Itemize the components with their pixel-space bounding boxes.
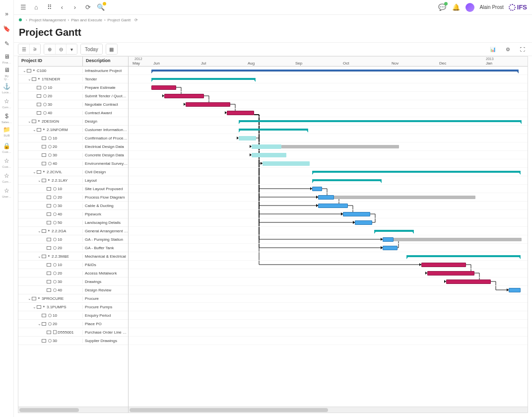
gantt-bar[interactable] [151, 70, 519, 71]
breadcrumb-refresh-icon[interactable]: ⟳ [134, 18, 138, 22]
gantt-bar[interactable] [312, 187, 322, 191]
gantt-bar[interactable] [252, 153, 286, 157]
table-row[interactable]: 40Contract Award [18, 109, 128, 117]
right-scrollbar[interactable] [129, 407, 528, 413]
breadcrumb-item[interactable]: Project Management [29, 18, 66, 22]
gantt-bar[interactable] [151, 85, 176, 90]
gantt-bar[interactable] [151, 78, 256, 80]
menu-icon[interactable]: ☰ [19, 3, 28, 12]
gantt-bar[interactable] [186, 102, 230, 107]
today-button[interactable]: Today [81, 44, 102, 54]
gantt-bar[interactable] [406, 255, 521, 257]
myq-icon[interactable]: 🖥My Q… [3, 70, 11, 77]
table-row[interactable]: ⌄⚬3PROCUREProcure [18, 294, 128, 303]
table-row[interactable]: 10P&IDs [18, 261, 128, 269]
gantt-bar[interactable] [383, 237, 394, 242]
gantt-bar[interactable] [318, 195, 334, 200]
gear-icon[interactable]: ⚙ [502, 44, 513, 54]
gantt-bar[interactable] [239, 136, 256, 140]
loca-icon[interactable]: ⚓Loca… [3, 84, 11, 92]
gantt-bar[interactable] [239, 120, 522, 122]
table-row[interactable]: 30Concrete Design Data [18, 151, 128, 159]
table-row[interactable]: 20Process Flow Diagram [18, 193, 128, 202]
gantt-bar[interactable] [263, 161, 310, 166]
expand-toggle-icon[interactable]: ⌄ [37, 178, 42, 183]
gantt-bar[interactable] [312, 179, 382, 181]
sub-icon[interactable]: 📁SUB … [3, 129, 11, 137]
expand-toggle-icon[interactable]: ⌄ [37, 322, 42, 326]
table-row[interactable]: 20Access Metalwork [18, 269, 128, 278]
home-icon[interactable]: ⌂ [32, 3, 41, 12]
gantt-bar[interactable] [427, 271, 474, 276]
table-row[interactable]: ⌄⚬3.1PUMPSProcure Pumps [18, 303, 128, 311]
bookmark-icon[interactable]: 🔖 [3, 25, 11, 33]
fullscreen-icon[interactable]: ⛶ [517, 44, 528, 54]
apps-icon[interactable]: ⠿ [45, 3, 54, 12]
table-row[interactable]: 50Landscaping Details [18, 218, 128, 227]
table-row[interactable]: 10Confirmation of Proces… [18, 134, 128, 142]
expand-icon[interactable]: » [3, 10, 11, 18]
table-row[interactable]: D555001Purchase Order Line Pa… [18, 328, 128, 337]
table-row[interactable]: 40Design Review [18, 286, 128, 294]
table-row[interactable]: 20GA - Buffer Tank [18, 244, 128, 252]
search-icon[interactable]: 🔍 [96, 3, 105, 12]
calendar-icon[interactable]: ▦ [106, 44, 117, 54]
breadcrumb-item[interactable]: Project Gantt [108, 18, 131, 22]
sales-icon[interactable]: $Sales… [3, 114, 11, 122]
chart-icon[interactable]: 📊 [487, 44, 498, 54]
com2-icon[interactable]: ☆Com… [3, 174, 11, 182]
table-row[interactable]: 10GA - Pumping Station [18, 235, 128, 244]
table-row[interactable]: ⌄⚬C100Infrastructure Project [18, 67, 128, 75]
gantt-bar[interactable] [383, 246, 398, 250]
gantt-bar[interactable] [421, 263, 466, 267]
refresh-icon[interactable]: ⟳ [83, 3, 92, 12]
left-scrollbar[interactable] [18, 407, 128, 413]
gantt-bar[interactable] [446, 279, 491, 284]
table-row[interactable]: 10Enquiry Period [18, 311, 128, 320]
expand-toggle-icon[interactable]: ⌄ [32, 305, 37, 309]
expand-toggle-icon[interactable]: ⌄ [22, 69, 27, 73]
avatar[interactable] [466, 3, 474, 12]
table-row[interactable]: ⌄⚬2.2.3M&EMechanical & Electrical [18, 252, 128, 261]
gantt-bar[interactable] [509, 288, 521, 292]
expand-toggle-icon[interactable]: ⌄ [32, 128, 37, 132]
table-row[interactable]: 30Negotiate Contract [18, 100, 128, 109]
column-header-project-id[interactable]: Project ID [18, 57, 83, 66]
table-row[interactable]: 30Supplier Drawings [18, 337, 128, 345]
user-icon[interactable]: ☆User… [3, 189, 11, 197]
nav-back-icon[interactable]: ‹ [58, 3, 66, 12]
zoom-dropdown-icon[interactable]: ▾ [66, 44, 77, 54]
zoom-in-icon[interactable]: ⊕ [44, 44, 55, 54]
gantt-bar[interactable] [164, 94, 204, 98]
finance-icon[interactable]: 🖥Fina… [3, 55, 11, 63]
expand-toggle-icon[interactable]: ⌄ [27, 119, 32, 124]
tool-list-icon[interactable]: ☰ [18, 44, 29, 54]
cust-icon[interactable]: 🔒Cust… [3, 144, 11, 152]
expand-toggle-icon[interactable]: ⌄ [27, 77, 32, 81]
pencil-icon[interactable]: ✎ [3, 40, 11, 48]
table-row[interactable]: ⌄⚬2DESIGNDesign [18, 117, 128, 126]
gantt-bar[interactable] [355, 220, 372, 225]
table-row[interactable]: ⌄⚬1TENDERTender [18, 75, 128, 83]
expand-toggle-icon[interactable]: ⌄ [27, 296, 32, 301]
tool-hierarchy-icon[interactable]: ⚞ [29, 44, 40, 54]
table-row[interactable]: 40Pipework [18, 210, 128, 218]
breadcrumb-item[interactable]: Plan and Execute [71, 18, 102, 22]
expand-toggle-icon[interactable]: ⌄ [37, 254, 42, 259]
gantt-bar[interactable] [227, 111, 254, 115]
table-row[interactable]: ⌄⚬2.2.1LAYLayout [18, 176, 128, 185]
gantt-bar[interactable] [239, 129, 308, 131]
gantt-bar[interactable] [318, 204, 348, 208]
gantt-bar[interactable] [252, 144, 281, 149]
table-row[interactable]: 10Site Layout Proposed [18, 185, 128, 193]
gantt-body[interactable] [129, 67, 528, 407]
table-row[interactable]: ⌄⚬2.2CIVILCivil Design [18, 168, 128, 176]
table-row[interactable]: ⌄⚬2.1INFORMCustomer Information … [18, 126, 128, 134]
table-row[interactable]: 20Electrical Design Data [18, 142, 128, 151]
table-row[interactable]: 30Drawings [18, 278, 128, 286]
column-header-description[interactable]: Description [83, 57, 128, 66]
table-row[interactable]: 30Cable & Ducting [18, 202, 128, 210]
table-row[interactable]: 40Environmental Survey … [18, 159, 128, 168]
gantt-bar[interactable] [312, 171, 521, 173]
table-row[interactable]: 10Prepare Estimate [18, 83, 128, 92]
